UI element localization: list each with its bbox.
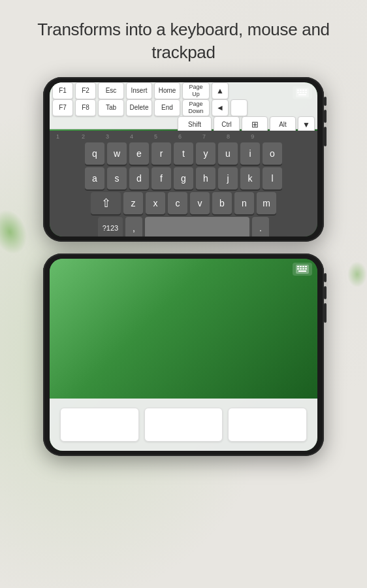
svg-rect-8 — [305, 92, 307, 93]
svg-rect-2 — [300, 90, 302, 91]
o-key[interactable]: o — [263, 142, 282, 165]
vol-up-button-1 — [324, 110, 327, 123]
page-up-key[interactable]: Page Up — [182, 82, 210, 99]
comma-key[interactable]: , — [125, 217, 142, 237]
decorative-splash-right — [347, 261, 367, 287]
shift-key[interactable]: ⇧ — [91, 192, 121, 214]
svg-rect-1 — [297, 90, 299, 91]
f7-key[interactable]: F7 — [52, 99, 73, 116]
f-key[interactable]: f — [152, 167, 171, 189]
keyboard-icon-badge-2 — [293, 263, 312, 276]
m-key[interactable]: m — [257, 192, 276, 214]
g-key[interactable]: g — [174, 167, 193, 189]
trackpad-left-button[interactable] — [60, 408, 139, 442]
q-key[interactable]: q — [85, 142, 104, 165]
svg-rect-16 — [300, 269, 302, 270]
z-row: ⇧ z x c v b n m — [51, 192, 316, 214]
vol-down-button-1 — [324, 127, 327, 146]
svg-rect-6 — [300, 92, 302, 93]
k-key[interactable]: k — [240, 167, 260, 189]
svg-rect-5 — [297, 92, 299, 93]
trackpad-button-area — [50, 399, 317, 451]
tab-key[interactable]: Tab — [98, 99, 124, 116]
up-arrow-key[interactable]: ▲ — [212, 82, 229, 99]
w-key[interactable]: w — [107, 142, 127, 165]
trackpad-middle-button[interactable] — [144, 408, 223, 442]
v-key[interactable]: v — [190, 192, 210, 214]
y-key[interactable]: y — [196, 142, 215, 165]
svg-rect-13 — [302, 266, 304, 267]
delete-key[interactable]: Delete — [126, 99, 152, 116]
insert-key[interactable]: Insert — [126, 82, 152, 99]
a-row: a s d f g h j k l — [51, 167, 316, 189]
svg-rect-12 — [300, 266, 302, 267]
f1-key[interactable]: F1 — [52, 82, 73, 99]
svg-rect-7 — [302, 92, 304, 93]
svg-rect-18 — [305, 269, 307, 270]
bottom-row: ?123 , . — [51, 217, 316, 237]
n-key[interactable]: n — [234, 192, 254, 214]
fn-row-1: F1 F2 Esc Insert Home Page Up ▲ — [50, 82, 317, 99]
q-row: q w e r t y u i o — [51, 142, 316, 165]
f8-key[interactable]: F8 — [75, 99, 96, 116]
r-key[interactable]: r — [152, 142, 171, 165]
fn-row-2: F7 F8 Tab Delete End Page Down ◄ — [50, 99, 317, 116]
phone-frame-2 — [43, 253, 324, 456]
t-key[interactable]: t — [174, 142, 193, 165]
home-key[interactable]: Home — [154, 82, 180, 99]
e-key[interactable]: e — [129, 142, 149, 165]
page-down-key[interactable]: Page Down — [182, 99, 210, 116]
b-key[interactable]: b — [212, 192, 232, 214]
decorative-splash-left — [0, 205, 33, 259]
trackpad-surface[interactable] — [50, 259, 317, 399]
vol-down-button-2 — [324, 303, 327, 323]
a-key[interactable]: a — [85, 167, 104, 189]
svg-rect-14 — [305, 266, 307, 267]
svg-rect-19 — [298, 270, 306, 272]
power-button-1 — [324, 97, 327, 106]
s-key[interactable]: s — [107, 167, 127, 189]
d-key[interactable]: d — [129, 167, 149, 189]
svg-rect-15 — [297, 269, 299, 270]
svg-rect-4 — [305, 90, 307, 91]
h-key[interactable]: h — [196, 167, 215, 189]
x-key[interactable]: x — [146, 192, 165, 214]
end-key[interactable]: End — [154, 99, 180, 116]
function-key-bar: F1 F2 Esc Insert Home Page Up ▲ F7 F8 Ta… — [50, 82, 317, 129]
l-key[interactable]: l — [263, 167, 282, 189]
number-hint-row: 1 2 3 4 5 6 7 8 9 — [51, 133, 316, 141]
trackpad-right-button[interactable] — [228, 408, 307, 442]
num-key[interactable]: ?123 — [98, 217, 123, 237]
c-key[interactable]: c — [168, 192, 187, 214]
z-key[interactable]: z — [123, 192, 143, 214]
headline: Transforms into a keyboard, mouse and tr… — [0, 0, 367, 77]
svg-rect-9 — [298, 94, 306, 95]
space-key[interactable] — [145, 217, 249, 237]
svg-rect-17 — [302, 269, 304, 270]
phone-screen-1: F1 F2 Esc Insert Home Page Up ▲ F7 F8 Ta… — [50, 82, 317, 237]
f2-key[interactable]: F2 — [75, 82, 96, 99]
phone-screen-2 — [50, 259, 317, 451]
left-arrow-key[interactable]: ◄ — [212, 99, 229, 116]
main-keyboard: 1 2 3 4 5 6 7 8 9 q w e r t y — [50, 131, 317, 237]
keyboard-icon-badge — [293, 86, 312, 99]
j-key[interactable]: j — [218, 167, 238, 189]
right-placeholder-key — [231, 99, 247, 116]
period-key[interactable]: . — [252, 217, 269, 237]
i-key[interactable]: i — [240, 142, 260, 165]
vol-up-button-2 — [324, 286, 327, 299]
svg-rect-11 — [297, 266, 299, 267]
svg-rect-3 — [302, 90, 304, 91]
phone-frame-1: F1 F2 Esc Insert Home Page Up ▲ F7 F8 Ta… — [43, 77, 324, 242]
power-button-2 — [324, 273, 327, 282]
esc-key[interactable]: Esc — [98, 82, 124, 99]
u-key[interactable]: u — [218, 142, 238, 165]
